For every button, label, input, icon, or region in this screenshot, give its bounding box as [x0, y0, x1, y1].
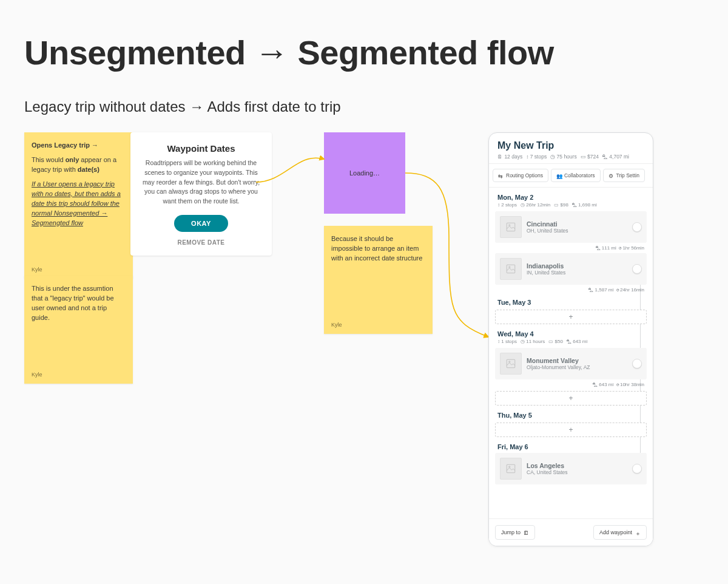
car-icon: ⛍ 4,707 mi [602, 154, 629, 160]
sticky-body: Because it should be impossible to arran… [331, 234, 425, 263]
svg-point-5 [509, 361, 510, 362]
drag-handle[interactable] [632, 359, 642, 368]
money-icon: ▭ $724 [581, 154, 599, 160]
day-label: Fri, May 6 [497, 443, 644, 450]
waypoint-row[interactable]: IndianapolisIN, United States [495, 253, 647, 285]
empty-drop-slot[interactable]: + [495, 310, 647, 324]
waypoint-row[interactable]: Los AngelesCA, United States [495, 453, 647, 484]
calendar-icon: 🗓 12 days [497, 154, 522, 160]
people-icon: 👥 [556, 173, 562, 178]
sticky-headline: Opens Legacy trip → [32, 141, 126, 151]
trip-planner-mock: My New Trip 🗓 12 days ↕ 7 stops ◷ 75 hou… [488, 132, 653, 546]
svg-rect-2 [507, 265, 515, 273]
image-icon [500, 216, 522, 238]
page-subtitle: Legacy trip without dates → Adds first d… [24, 98, 341, 115]
loading-tile: Loading… [324, 132, 405, 214]
sticky-body: This would only appear on a legacy trip … [32, 155, 126, 175]
image-icon [500, 353, 522, 375]
drag-handle[interactable] [632, 264, 642, 274]
gear-icon: ⚙ [608, 173, 614, 178]
waypoint-dates-modal: Waypoint Dates Roadtrippers will be work… [130, 132, 272, 256]
waypoint-name: Los Angeles [527, 462, 568, 469]
waypoint-text: IndianapolisIN, United States [527, 262, 565, 276]
modal-body: Roadtrippers will be working behind the … [139, 158, 263, 206]
svg-point-1 [509, 225, 510, 226]
day-label: Wed, May 4 [497, 330, 644, 338]
remove-date-button[interactable]: REMOVE DATE [139, 239, 263, 246]
sticky-author: Kyle [331, 321, 342, 329]
waypoint-row[interactable]: Monument ValleyOljato-Monument Valley, A… [495, 348, 647, 379]
waypoint-text: CincinnatiOH, United States [527, 220, 568, 234]
add-waypoint-button[interactable]: Add waypoint ＋ [593, 525, 647, 540]
svg-rect-6 [507, 464, 515, 473]
svg-rect-4 [507, 359, 515, 368]
waypoint-name: Indianapolis [527, 262, 565, 270]
waypoint-sub: OH, United States [527, 228, 568, 234]
waypoint-name: Cincinnati [527, 220, 568, 228]
route-icon: ⇆ [498, 173, 504, 178]
day-meta: ↕ 1 stops◷ 11 hours▭ $50⛍ 643 mi [497, 339, 644, 344]
trip-settings-button[interactable]: ⚙ Trip Settin [603, 169, 645, 182]
day-label: Thu, May 5 [497, 412, 644, 419]
sticky-author: Kyle [32, 371, 42, 379]
leg-stats: ⛍ 1,587 mi ◷ 24hr 16min [497, 287, 644, 293]
jump-to-button[interactable]: Jump to 🗓 [495, 525, 535, 540]
image-icon [500, 458, 522, 480]
day-label: Mon, May 2 [497, 194, 644, 201]
waypoint-sub: CA, United States [527, 469, 568, 475]
trip-meta: 🗓 12 days ↕ 7 stops ◷ 75 hours ▭ $724 ⛍ … [497, 154, 644, 160]
flag-icon: ↕ 7 stops [526, 154, 547, 160]
sticky-body: This is under the assumtion that a "lega… [32, 284, 126, 323]
image-icon [500, 258, 522, 280]
sticky-author: Kyle [32, 266, 42, 274]
trip-toolbar: ⇆ Routing Options 👥 Collaborators ⚙ Trip… [489, 163, 653, 188]
empty-drop-slot[interactable]: + [495, 391, 647, 406]
svg-point-7 [509, 466, 510, 467]
sticky-note-assumption[interactable]: This is under the assumtion that a "lega… [24, 276, 133, 384]
calendar-icon: 🗓 [524, 530, 529, 535]
okay-button[interactable]: OKAY [174, 215, 228, 232]
plus-icon: ＋ [635, 530, 641, 535]
empty-drop-slot[interactable]: + [495, 423, 647, 437]
waypoint-row[interactable]: CincinnatiOH, United States [495, 211, 647, 243]
leg-stats: ⛍ 111 mi ◷ 1hr 56min [497, 245, 644, 251]
waypoint-text: Monument ValleyOljato-Monument Valley, A… [527, 357, 590, 370]
sticky-emphasis: If a User opens a legacy trip with no da… [32, 180, 126, 228]
clock-icon: ◷ 75 hours [550, 154, 576, 160]
svg-rect-0 [507, 223, 515, 231]
waypoint-text: Los AngelesCA, United States [527, 462, 568, 475]
drag-handle[interactable] [632, 464, 642, 474]
day-label: Tue, May 3 [497, 299, 644, 306]
sticky-note-impossible[interactable]: Because it should be impossible to arran… [324, 226, 433, 334]
day-meta: ↕ 2 stops◷ 26hr 12min▭ $98⛍ 1,698 mi [497, 202, 644, 208]
leg-stats: ⛍ 643 mi ◷ 10hr 38min [497, 382, 644, 387]
waypoint-sub: Oljato-Monument Valley, AZ [527, 364, 590, 370]
collaborators-button[interactable]: 👥 Collaborators [551, 169, 601, 182]
page-title: Unsegmented → Segmented flow [24, 33, 554, 72]
routing-options-button[interactable]: ⇆ Routing Options [493, 169, 548, 182]
trip-title: My New Trip [497, 140, 644, 151]
drag-handle[interactable] [632, 222, 642, 232]
svg-point-3 [509, 267, 510, 268]
modal-title: Waypoint Dates [139, 143, 263, 154]
waypoint-name: Monument Valley [527, 357, 590, 364]
sticky-note-opens-legacy[interactable]: Opens Legacy trip → This would only appe… [24, 132, 133, 279]
waypoint-sub: IN, United States [527, 270, 565, 276]
